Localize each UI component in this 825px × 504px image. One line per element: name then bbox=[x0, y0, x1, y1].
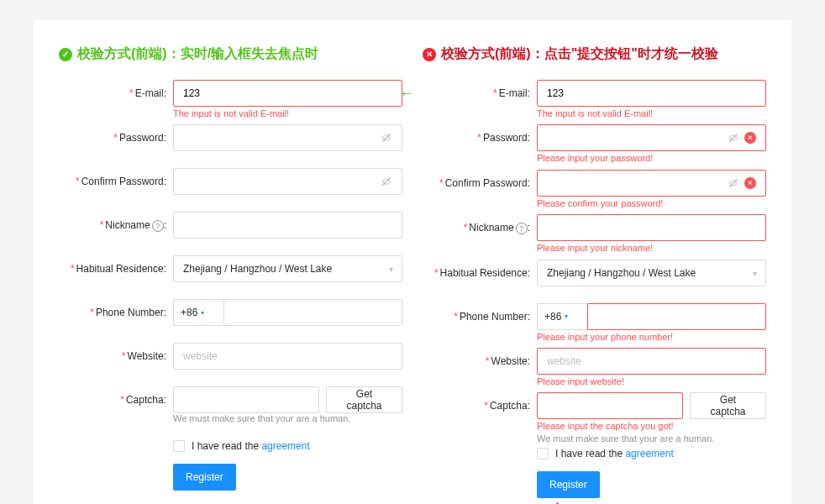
captcha-extra: We must make sure that your are a human. bbox=[173, 413, 402, 423]
phone-prefix-select[interactable]: +86 ▾ bbox=[173, 299, 223, 326]
residence-label: *Habitual Residence: bbox=[423, 260, 537, 299]
title-text: 校验方式(前端)：点击"提交按钮"时才统一校验 bbox=[441, 45, 718, 63]
email-field[interactable] bbox=[173, 80, 402, 107]
password-label: *Password: bbox=[59, 124, 173, 164]
website-field[interactable] bbox=[537, 348, 766, 375]
email-label: *E-mail: bbox=[423, 80, 537, 120]
confirm-password-label: *Confirm Password: bbox=[59, 168, 173, 207]
chevron-down-icon: ▾ bbox=[201, 309, 204, 317]
eye-invisible-icon bbox=[381, 132, 392, 144]
password-field[interactable] bbox=[173, 124, 402, 151]
phone-field[interactable] bbox=[587, 303, 766, 330]
agreement-checkbox[interactable]: I have read the agreement bbox=[537, 448, 766, 459]
question-circle-icon: ? bbox=[516, 223, 528, 234]
eye-invisible-icon bbox=[381, 176, 392, 187]
email-label: *E-mail: bbox=[59, 80, 173, 120]
captcha-label: *Captcha: bbox=[423, 392, 537, 443]
password-error: Please input your password! bbox=[537, 152, 766, 165]
captcha-field[interactable] bbox=[537, 392, 683, 419]
nickname-field[interactable] bbox=[537, 214, 766, 241]
get-captcha-button[interactable]: Get captcha bbox=[326, 386, 402, 413]
checkbox-icon bbox=[537, 448, 549, 459]
close-circle-icon: ✕ bbox=[744, 177, 756, 189]
agreement-link[interactable]: agreement bbox=[261, 440, 309, 452]
email-error: The input is not valid E-mail! bbox=[537, 108, 766, 120]
agreement-link[interactable]: agreement bbox=[625, 448, 673, 459]
comparison-card: ✓ 校验方式(前端)：实时/输入框失去焦点时 *E-mail: The inpu… bbox=[34, 20, 791, 504]
eye-invisible-icon bbox=[728, 132, 739, 144]
website-label: *Website: bbox=[59, 343, 173, 382]
question-circle-icon: ? bbox=[152, 220, 164, 232]
checkbox-icon bbox=[173, 440, 185, 452]
agreement-text: I have read the bbox=[555, 448, 625, 459]
nickname-error: Please input your nickname! bbox=[537, 242, 766, 255]
confirm-password-field[interactable] bbox=[173, 168, 402, 195]
form-submit-validation: ✕ 校验方式(前端)：点击"提交按钮"时才统一校验 *E-mail: The i… bbox=[423, 45, 766, 504]
confirm-error: Please confirm your password! bbox=[537, 197, 766, 210]
email-error: The input is not valid E-mail! bbox=[173, 108, 402, 120]
chevron-down-icon: ▾ bbox=[389, 265, 393, 274]
check-circle-icon: ✓ bbox=[59, 48, 72, 61]
email-field[interactable] bbox=[537, 80, 766, 107]
register-button[interactable]: Register bbox=[173, 464, 236, 491]
arrow-up-icon: ↑ bbox=[537, 498, 766, 504]
close-circle-icon: ✕ bbox=[744, 132, 756, 144]
phone-prefix-select[interactable]: +86 ▾ bbox=[537, 303, 587, 330]
phone-label: *Phone Number: bbox=[59, 299, 173, 339]
phone-error: Please input your phone number! bbox=[537, 331, 766, 344]
get-captcha-button[interactable]: Get captcha bbox=[690, 392, 766, 419]
confirm-password-label: *Confirm Password: bbox=[423, 170, 537, 210]
residence-label: *Habitual Residence: bbox=[59, 255, 173, 295]
title-submit: ✕ 校验方式(前端)：点击"提交按钮"时才统一校验 bbox=[423, 45, 766, 63]
residence-select[interactable]: Zhejiang / Hangzhou / West Lake ▾ bbox=[173, 255, 402, 282]
nickname-label: *Nickname?: bbox=[423, 214, 537, 255]
website-error: Please input website! bbox=[537, 375, 766, 388]
password-field[interactable]: ✕ bbox=[537, 124, 766, 151]
captcha-error: Please input the captcha you got! bbox=[537, 420, 766, 433]
register-button[interactable]: Register bbox=[537, 471, 600, 498]
nickname-label: *Nickname?: bbox=[59, 212, 173, 251]
chevron-down-icon: ▾ bbox=[753, 268, 757, 277]
confirm-password-field[interactable]: ✕ bbox=[537, 170, 766, 197]
captcha-label: *Captcha: bbox=[59, 386, 173, 436]
captcha-extra: We must make sure that your are a human. bbox=[537, 433, 766, 444]
agreement-checkbox[interactable]: I have read the agreement bbox=[173, 440, 402, 452]
website-label: *Website: bbox=[423, 348, 537, 388]
chevron-down-icon: ▾ bbox=[565, 312, 568, 320]
phone-label: *Phone Number: bbox=[423, 303, 537, 344]
captcha-field[interactable] bbox=[173, 386, 319, 413]
eye-invisible-icon bbox=[728, 177, 739, 189]
form-realtime-validation: ✓ 校验方式(前端)：实时/输入框失去焦点时 *E-mail: The inpu… bbox=[59, 45, 402, 504]
phone-field[interactable] bbox=[223, 299, 402, 326]
agreement-text: I have read the bbox=[192, 440, 261, 452]
nickname-field[interactable] bbox=[173, 212, 402, 239]
title-text: 校验方式(前端)：实时/输入框失去焦点时 bbox=[77, 45, 318, 63]
title-realtime: ✓ 校验方式(前端)：实时/输入框失去焦点时 bbox=[59, 45, 402, 63]
page: ✓ 校验方式(前端)：实时/输入框失去焦点时 *E-mail: The inpu… bbox=[0, 0, 825, 504]
website-field[interactable] bbox=[173, 343, 402, 370]
close-circle-icon: ✕ bbox=[423, 48, 436, 61]
residence-select[interactable]: Zhejiang / Hangzhou / West Lake ▾ bbox=[537, 260, 766, 286]
password-label: *Password: bbox=[423, 124, 537, 165]
